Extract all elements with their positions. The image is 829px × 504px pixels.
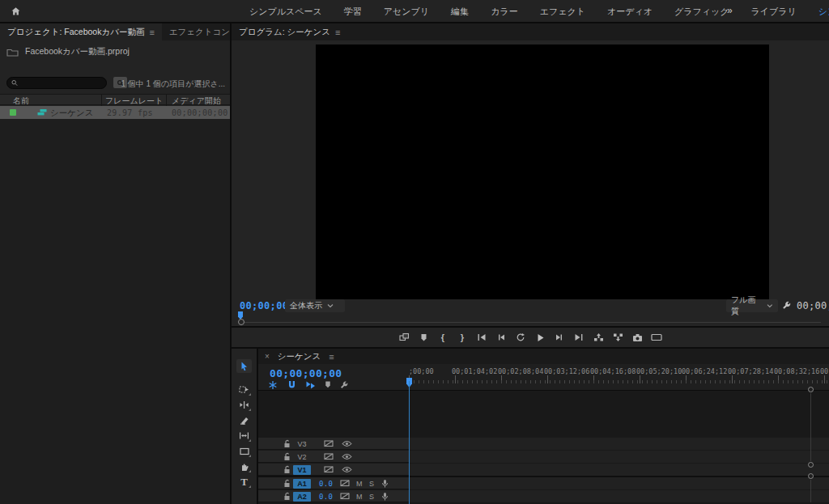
label-color-chip[interactable]	[10, 109, 16, 116]
export-frame-button[interactable]	[631, 331, 644, 344]
workspace-tab-active[interactable]: シンプル	[818, 6, 829, 18]
lock-icon[interactable]	[283, 452, 291, 461]
sequence-name[interactable]: シーケンス	[50, 108, 93, 119]
track-lane-v1[interactable]	[409, 464, 829, 476]
type-tool[interactable]: T	[236, 475, 252, 489]
vertical-scroll-handle[interactable]	[808, 387, 814, 392]
workspace-overflow-icon[interactable]: »	[727, 5, 733, 16]
timeline-tab-label[interactable]: シーケンス	[278, 351, 321, 362]
track-select-forward-tool[interactable]	[236, 383, 252, 396]
timeline-timecode[interactable]: 00;00;00;00	[270, 367, 342, 379]
tab-effect-controls[interactable]: エフェクトコントロール	[162, 23, 230, 40]
column-media-start[interactable]: メディア開始	[172, 95, 221, 107]
voiceover-mic-icon[interactable]	[381, 492, 389, 502]
go-to-in-button[interactable]	[475, 331, 488, 344]
slip-tool[interactable]	[236, 429, 252, 443]
go-to-out-button[interactable]	[572, 331, 585, 344]
mark-in-button[interactable]: {	[436, 331, 449, 344]
workspace-tab[interactable]: ライブラリ	[751, 6, 797, 18]
sync-lock-icon[interactable]	[324, 439, 334, 447]
selection-tool[interactable]	[236, 359, 252, 373]
vertical-scrollbar[interactable]	[810, 393, 811, 461]
sync-lock-icon[interactable]	[324, 452, 334, 460]
track-gain-a1[interactable]: 0.0	[319, 480, 333, 488]
play-around-button[interactable]	[514, 331, 527, 344]
list-column-headers[interactable]: 名前 フレームレート メディア開始	[0, 94, 230, 105]
project-file-row[interactable]: Facebookカバー動画.prproj	[6, 46, 130, 57]
track-lane-a1[interactable]	[409, 477, 829, 489]
playback-quality-select[interactable]: フル画質	[726, 299, 778, 312]
workspace-tab[interactable]: グラフィック	[674, 6, 729, 18]
mark-out-button[interactable]: }	[456, 331, 469, 344]
panel-menu-icon[interactable]: ≡	[335, 28, 340, 37]
sync-lock-icon[interactable]	[340, 492, 350, 500]
column-name[interactable]: 名前	[13, 95, 29, 107]
panel-menu-icon[interactable]: ≡	[149, 28, 154, 37]
column-frame-rate[interactable]: フレームレート	[105, 95, 163, 107]
add-marker-button[interactable]	[417, 331, 430, 344]
ripple-edit-tool[interactable]	[236, 398, 252, 412]
mute-button[interactable]: M	[356, 493, 363, 501]
monitor-zoom-handle[interactable]	[238, 319, 244, 325]
track-target-v3[interactable]: V3	[293, 439, 311, 449]
zoom-level-select[interactable]: 全体表示	[285, 299, 345, 312]
track-target-a2[interactable]: A2	[293, 492, 311, 502]
track-gain-a2[interactable]: 0.0	[319, 493, 333, 501]
play-button[interactable]	[534, 331, 546, 344]
solo-button[interactable]: S	[369, 480, 374, 488]
close-panel-icon[interactable]: ×	[265, 352, 270, 361]
track-lane-a2[interactable]	[409, 490, 829, 502]
track-lane-v2[interactable]	[409, 451, 829, 463]
monitor-zoom-scrollbar[interactable]	[243, 322, 821, 323]
lock-icon[interactable]	[283, 465, 291, 474]
workspace-tab[interactable]: カラー	[491, 6, 518, 18]
workspace-tab[interactable]: アセンブリ	[384, 6, 429, 18]
vertical-scroll-handle[interactable]	[808, 462, 814, 468]
comparison-view-button[interactable]	[397, 331, 410, 344]
panel-menu-icon[interactable]: ≡	[329, 352, 334, 362]
step-forward-button[interactable]	[553, 331, 566, 344]
voiceover-mic-icon[interactable]	[381, 479, 389, 489]
lock-icon[interactable]	[283, 492, 291, 501]
add-marker-button[interactable]	[322, 379, 334, 390]
workspace-tab[interactable]: 編集	[451, 6, 469, 18]
lock-icon[interactable]	[283, 479, 291, 488]
track-target-a1[interactable]: A1	[293, 479, 311, 489]
linked-selection-toggle[interactable]	[304, 379, 316, 390]
track-target-v1[interactable]: V1	[293, 465, 311, 475]
column-divider[interactable]	[101, 95, 102, 106]
extract-button[interactable]	[611, 331, 624, 344]
time-ruler[interactable]: ;00;00 00;01;04;02 00;02;08;04 00;03;12;…	[409, 366, 829, 390]
razor-tool[interactable]	[236, 413, 252, 427]
hand-tool[interactable]	[236, 460, 252, 473]
sequence-list-item-selected[interactable]: シーケンス 29.97 fps 00;00;00;00	[0, 106, 230, 119]
workspace-tab[interactable]: 学習	[344, 6, 362, 18]
step-back-button[interactable]	[495, 331, 508, 344]
workspace-tab[interactable]: エフェクト	[540, 6, 585, 18]
button-editor-button[interactable]	[650, 331, 663, 344]
program-video-frame[interactable]	[316, 44, 769, 299]
solo-button[interactable]: S	[369, 493, 374, 501]
snap-toggle[interactable]	[286, 379, 297, 390]
timeline-playhead-line[interactable]	[409, 381, 410, 504]
monitor-settings-button[interactable]	[781, 300, 792, 311]
tab-program-monitor[interactable]: プログラム: シーケンス ≡	[232, 23, 347, 40]
sync-lock-icon[interactable]	[340, 479, 350, 487]
column-divider[interactable]	[166, 95, 167, 106]
lock-icon[interactable]	[283, 439, 291, 448]
track-lane-v3[interactable]	[409, 438, 829, 450]
track-target-v2[interactable]: V2	[293, 452, 311, 462]
vertical-scrollbar[interactable]	[810, 480, 811, 502]
vertical-scroll-handle[interactable]	[808, 473, 814, 479]
tab-project[interactable]: プロジェクト: Facebookカバー動画 ≡	[0, 23, 162, 40]
sync-lock-icon[interactable]	[324, 465, 334, 473]
rectangle-tool[interactable]	[236, 444, 252, 458]
lift-button[interactable]	[592, 331, 605, 344]
track-output-eye-icon[interactable]	[342, 440, 352, 447]
timeline-settings-button[interactable]	[338, 379, 350, 390]
mute-button[interactable]: M	[356, 480, 363, 488]
home-button[interactable]	[5, 3, 26, 19]
nest-insert-toggle[interactable]	[267, 379, 278, 390]
workspace-tab[interactable]: シンプルスペース	[249, 6, 322, 18]
track-output-eye-icon[interactable]	[342, 453, 352, 460]
